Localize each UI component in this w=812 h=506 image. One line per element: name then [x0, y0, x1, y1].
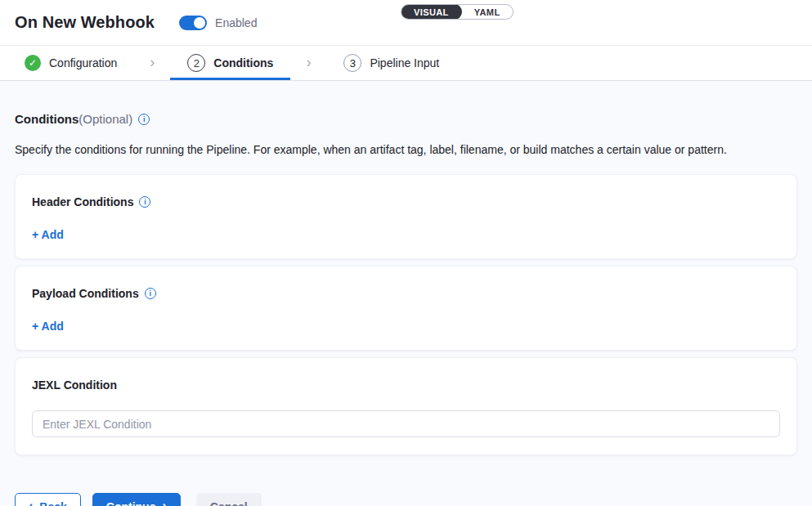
back-button-label: Back — [39, 500, 66, 506]
visual-view-button[interactable]: VISUAL — [401, 4, 462, 20]
jexl-condition-input[interactable] — [32, 410, 780, 437]
section-description: Specify the conditions for running the P… — [15, 143, 797, 156]
section-heading: Conditions — [15, 112, 79, 126]
continue-button[interactable]: Continue › — [92, 493, 181, 506]
wizard-step-tabs: ✓ Configuration › 2 Conditions › 3 Pipel… — [0, 46, 812, 81]
page-header: On New Webhook Enabled VISUAL YAML — [0, 0, 812, 46]
step-label: Configuration — [49, 56, 117, 69]
conditions-panel: Conditions (Optional) i Specify the cond… — [0, 81, 812, 506]
add-payload-condition-button[interactable]: + Add — [32, 320, 64, 333]
chevron-right-icon: › — [290, 44, 326, 80]
enabled-toggle-label: Enabled — [215, 16, 257, 29]
step-label: Pipeline Input — [370, 56, 439, 69]
step-tab-conditions[interactable]: 2 Conditions — [170, 46, 290, 80]
header-conditions-card: Header Conditions i + Add — [15, 174, 797, 259]
step-label: Conditions — [213, 56, 273, 69]
step-number-badge: 3 — [343, 54, 361, 72]
wizard-footer: ‹ Back Continue › Cancel — [15, 493, 797, 506]
add-header-condition-button[interactable]: + Add — [32, 228, 64, 241]
card-title: JEXL Condition — [32, 378, 117, 392]
step-tab-pipeline-input[interactable]: 3 Pipeline Input — [326, 46, 456, 80]
info-icon[interactable]: i — [139, 196, 150, 208]
enabled-toggle[interactable] — [179, 16, 207, 30]
optional-label: (Optional) — [79, 112, 132, 126]
page-title: On New Webhook — [15, 13, 155, 32]
section-heading-row: Conditions (Optional) i — [15, 112, 797, 126]
chevron-left-icon: ‹ — [29, 499, 33, 506]
back-button[interactable]: ‹ Back — [15, 493, 81, 506]
check-icon: ✓ — [25, 55, 41, 71]
continue-button-label: Continue — [106, 500, 156, 506]
info-icon[interactable]: i — [145, 288, 156, 299]
payload-conditions-card: Payload Conditions i + Add — [15, 266, 797, 351]
visual-yaml-switch: VISUAL YAML — [401, 4, 514, 20]
step-number-badge: 2 — [187, 54, 205, 72]
card-title: Payload Conditions — [32, 287, 139, 300]
cancel-button[interactable]: Cancel — [196, 493, 262, 506]
info-icon[interactable]: i — [138, 114, 150, 125]
webhook-trigger-wizard: On New Webhook Enabled VISUAL YAML ✓ Con… — [0, 0, 812, 506]
step-tab-configuration[interactable]: ✓ Configuration — [25, 46, 134, 80]
yaml-view-button[interactable]: YAML — [462, 5, 513, 19]
chevron-right-icon: › — [134, 44, 170, 80]
toggle-knob — [194, 17, 205, 29]
card-title: Header Conditions — [32, 195, 133, 208]
jexl-condition-card: JEXL Condition — [15, 357, 797, 455]
chevron-right-icon: › — [162, 499, 166, 506]
